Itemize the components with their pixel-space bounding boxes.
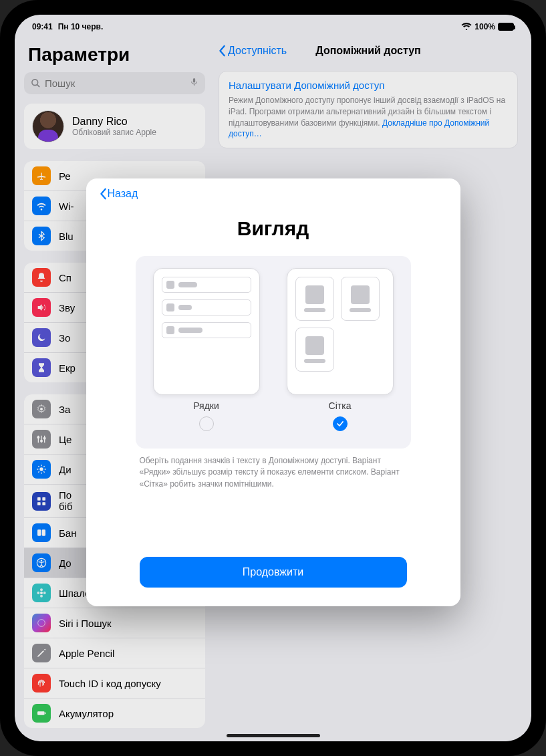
home-indicator[interactable] bbox=[227, 734, 320, 737]
continue-button[interactable]: Продовжити bbox=[140, 557, 407, 588]
option-rows[interactable]: Рядки bbox=[153, 268, 260, 431]
sheet-hint: Оберіть подання значків і тексту в Допом… bbox=[140, 455, 407, 490]
option-grid[interactable]: Сітка bbox=[287, 268, 394, 431]
option-rows-label: Рядки bbox=[193, 400, 219, 411]
rows-preview bbox=[153, 268, 260, 395]
sheet-title: Вигляд bbox=[100, 217, 447, 240]
sheet-back-button[interactable]: Назад bbox=[100, 188, 447, 200]
grid-preview bbox=[287, 268, 394, 395]
chevron-left-icon bbox=[100, 188, 108, 200]
option-grid-radio[interactable] bbox=[333, 416, 348, 431]
option-grid-label: Сітка bbox=[329, 400, 352, 411]
check-icon bbox=[336, 420, 344, 428]
option-rows-radio[interactable] bbox=[199, 416, 214, 431]
appearance-sheet: Назад Вигляд Рядки bbox=[86, 178, 460, 606]
